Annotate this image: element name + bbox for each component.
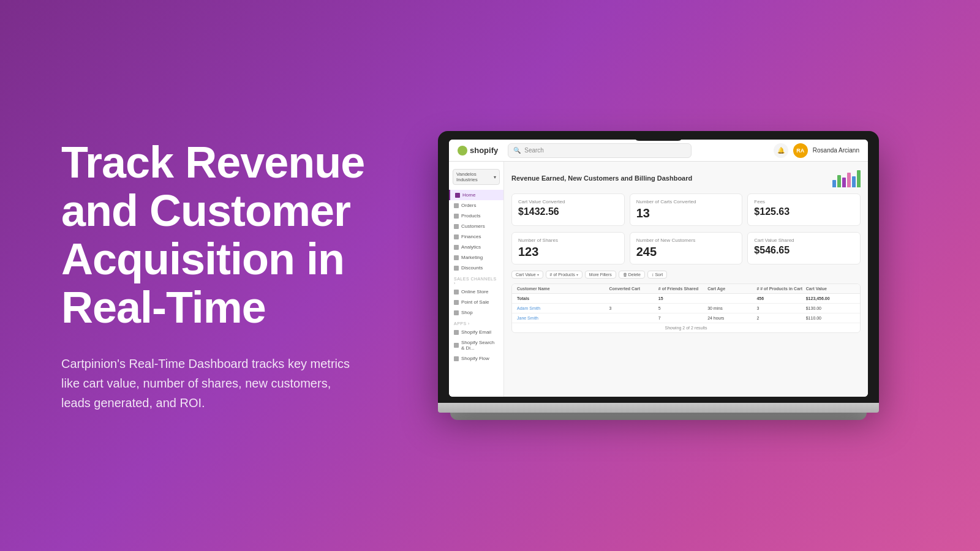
right-panel: shopify 🔍 Search 🔔 RA Rosanda Arciann bbox=[398, 131, 919, 420]
col-header-name: Customer Name bbox=[517, 287, 609, 291]
metric-fees: Fees $125.63 bbox=[747, 193, 861, 226]
user-avatar[interactable]: RA bbox=[793, 143, 808, 158]
metrics-row-1: Cart Value Converted $1432.56 Number of … bbox=[511, 193, 861, 226]
sales-channels-section: Sales channels › bbox=[449, 273, 503, 287]
filter-products[interactable]: # of Products ▾ bbox=[546, 271, 582, 279]
sidebar-item-products[interactable]: Products bbox=[449, 211, 503, 221]
dashboard-title: Revenue Earned, New Customers and Billin… bbox=[511, 174, 692, 182]
email-icon bbox=[454, 330, 459, 335]
sidebar-item-shop[interactable]: Shop bbox=[449, 307, 503, 318]
col-header-products: # # of Products in Cart bbox=[756, 287, 805, 291]
data-table: Customer Name Converted Cart # of Friend… bbox=[511, 283, 861, 333]
store-name: Vandelos Industries bbox=[456, 171, 494, 182]
chart-bar-2 bbox=[837, 175, 841, 187]
search-app-icon bbox=[454, 343, 459, 348]
sidebar-label-home: Home bbox=[462, 192, 475, 198]
headline: Track Revenue and Customer Acquisition i… bbox=[61, 138, 374, 332]
totals-value: $123,456.00 bbox=[806, 296, 855, 301]
discounts-icon bbox=[454, 266, 459, 271]
sidebar-item-online-store[interactable]: Online Store bbox=[449, 287, 503, 297]
sidebar-label-customers: Customers bbox=[461, 223, 485, 229]
delete-btn[interactable]: 🗑 Delete bbox=[619, 271, 645, 279]
shopify-logo-text: shopify bbox=[470, 146, 498, 155]
sidebar-item-orders[interactable]: Orders bbox=[449, 200, 503, 211]
shopify-nav: shopify 🔍 Search 🔔 RA Rosanda Arciann bbox=[449, 140, 868, 162]
metric-cart-value-shared: Cart Value Shared $546.65 bbox=[747, 232, 861, 264]
metrics-row-2: Number of Shares 123 Number of New Custo… bbox=[511, 232, 861, 264]
chart-bar-4 bbox=[847, 173, 851, 187]
laptop-notch bbox=[634, 131, 683, 141]
cell-adam-products: 3 bbox=[756, 306, 805, 310]
notifications-icon[interactable]: 🔔 bbox=[774, 143, 788, 158]
online-store-icon bbox=[454, 290, 459, 294]
col-header-value: Cart Value bbox=[806, 287, 855, 291]
cell-adam-name[interactable]: Adam Smith bbox=[517, 306, 609, 310]
laptop-screen-bezel: shopify 🔍 Search 🔔 RA Rosanda Arciann bbox=[438, 131, 879, 403]
metric-shares: Number of Shares 123 bbox=[511, 232, 625, 264]
metric-carts-converted: Number of Carts Converted 13 bbox=[630, 193, 743, 226]
store-selector[interactable]: Vandelos Industries ▾ bbox=[453, 169, 500, 185]
sidebar-item-shopify-flow[interactable]: Shopify Flow bbox=[449, 353, 503, 364]
cell-jane-name[interactable]: Jane Smith bbox=[517, 316, 609, 320]
metric-new-customers: Number of New Customers 245 bbox=[630, 232, 743, 264]
col-header-converted: Converted Cart bbox=[609, 287, 658, 291]
table-row-adam: Adam Smith 3 5 30 mins 3 $130.00 bbox=[512, 304, 860, 313]
col-header-age: Cart Age bbox=[707, 287, 756, 291]
chart-bar-5 bbox=[852, 176, 856, 187]
dashboard-title-row: Revenue Earned, New Customers and Billin… bbox=[511, 169, 861, 187]
cell-adam-age: 30 mins bbox=[707, 306, 756, 310]
sidebar-label-products: Products bbox=[461, 213, 481, 219]
metric-label-new-customers: Number of New Customers bbox=[636, 238, 736, 243]
cell-adam-converted: 3 bbox=[609, 306, 658, 310]
sidebar-item-customers[interactable]: Customers bbox=[449, 221, 503, 231]
shopify-logo-icon bbox=[458, 146, 467, 156]
apps-section: Apps › bbox=[449, 318, 503, 327]
sidebar-item-point-of-sale[interactable]: Point of Sale bbox=[449, 297, 503, 307]
cart-value-arrow: ▾ bbox=[537, 272, 539, 277]
metric-label-cart-value-shared: Cart Value Shared bbox=[754, 238, 854, 243]
col-header-friends: # of Friends Shared bbox=[658, 287, 707, 291]
totals-products: 456 bbox=[756, 296, 805, 301]
sidebar-item-home[interactable]: Home bbox=[449, 190, 503, 200]
sidebar-item-finances[interactable]: Finances bbox=[449, 231, 503, 242]
shopify-logo: shopify bbox=[458, 146, 498, 156]
left-panel: Track Revenue and Customer Acquisition i… bbox=[61, 138, 398, 413]
nav-icons: 🔔 RA Rosanda Arciann bbox=[774, 143, 859, 158]
totals-friends: 15 bbox=[658, 296, 707, 301]
analytics-icon bbox=[454, 245, 459, 250]
filter-cart-value[interactable]: Cart Value ▾ bbox=[511, 271, 543, 279]
cell-adam-value: $130.00 bbox=[806, 306, 855, 310]
sidebar-item-analytics[interactable]: Analytics bbox=[449, 242, 503, 252]
sidebar-item-marketing[interactable]: Marketing bbox=[449, 252, 503, 263]
metric-label-fees: Fees bbox=[754, 199, 854, 204]
sort-btn[interactable]: ↕ Sort bbox=[647, 271, 667, 279]
shop-icon bbox=[454, 310, 459, 315]
flow-icon bbox=[454, 356, 459, 361]
main-content: Revenue Earned, New Customers and Billin… bbox=[504, 162, 868, 397]
chart-bar-1 bbox=[832, 180, 836, 187]
table-header-row: Customer Name Converted Cart # of Friend… bbox=[512, 284, 860, 294]
products-arrow: ▾ bbox=[576, 272, 578, 277]
cell-jane-age: 24 hours bbox=[707, 316, 756, 320]
headline-line4: Real-Time bbox=[61, 283, 266, 332]
sidebar-item-shopify-email[interactable]: Shopify Email bbox=[449, 327, 503, 337]
search-bar[interactable]: 🔍 Search bbox=[508, 143, 692, 158]
metric-value-fees: $125.63 bbox=[754, 206, 854, 217]
sidebar-label-discounts: Discounts bbox=[461, 265, 483, 271]
search-icon: 🔍 bbox=[513, 147, 521, 154]
svg-point-0 bbox=[460, 148, 465, 153]
metric-cart-value-converted: Cart Value Converted $1432.56 bbox=[511, 193, 625, 226]
metric-label-carts-converted: Number of Carts Converted bbox=[636, 199, 736, 204]
sidebar-item-shopify-search[interactable]: Shopify Search & Di... bbox=[449, 337, 503, 353]
sidebar-item-discounts[interactable]: Discounts bbox=[449, 263, 503, 273]
filter-more[interactable]: More Filters bbox=[585, 271, 616, 279]
table-footer: Showing 2 of 2 results bbox=[512, 323, 860, 332]
totals-label: Totals bbox=[517, 296, 609, 301]
chart-icon bbox=[832, 169, 861, 187]
metric-value-carts-converted: 13 bbox=[636, 206, 736, 220]
metric-value-new-customers: 245 bbox=[636, 245, 736, 259]
metric-label-shares: Number of Shares bbox=[518, 238, 618, 243]
laptop-wrapper: shopify 🔍 Search 🔔 RA Rosanda Arciann bbox=[438, 131, 879, 420]
laptop-base bbox=[438, 403, 879, 413]
metric-value-shares: 123 bbox=[518, 245, 618, 259]
